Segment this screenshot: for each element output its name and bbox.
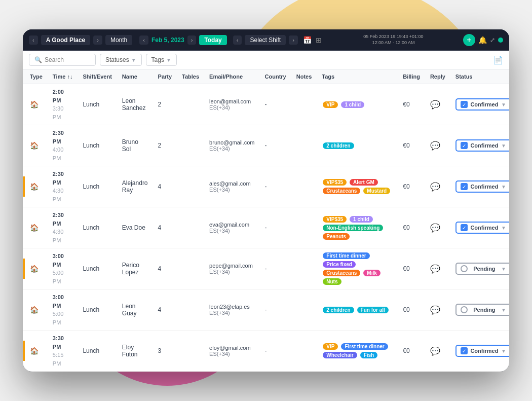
tag-badge: 1 child	[341, 101, 364, 108]
reply-icon[interactable]: 💬	[430, 306, 440, 314]
status-cell[interactable]: ✓ Confirmed ▼	[450, 166, 509, 207]
expand-icon[interactable]: ⤢	[490, 37, 495, 44]
check-icon: ✓	[461, 101, 468, 108]
shift-cell: Lunch	[78, 331, 117, 372]
billing-cell: €0	[398, 125, 425, 166]
shift-next-btn[interactable]: ›	[289, 35, 298, 45]
chevron-down-icon: ▼	[501, 225, 506, 231]
today-button[interactable]: Today	[199, 35, 226, 45]
email-cell: leon23@elap.esES(+34)	[204, 289, 259, 331]
calendar-icon[interactable]: 📅	[303, 36, 312, 44]
tags-caret: ▼	[166, 57, 171, 63]
tag-badge: VIP$35	[323, 179, 347, 186]
col-shift: Shift/Event	[78, 69, 117, 84]
view-mode-label[interactable]: Month	[105, 35, 132, 45]
scene: ‹ A Good Place › Month ‹ Feb 5, 2023 › T…	[0, 0, 532, 401]
time-cell: 3:00 PM5:00 PM	[48, 248, 78, 289]
connection-status-dot	[498, 38, 503, 43]
bell-icon[interactable]: 🔔	[478, 36, 487, 44]
name-cell: Leon Guay	[117, 289, 153, 331]
venue-prev-button[interactable]: ‹	[29, 35, 38, 45]
status-badge[interactable]: ✓ Confirmed ▼	[455, 345, 509, 357]
col-billing: Billing	[398, 69, 425, 84]
tag-badge: Milk	[363, 270, 380, 276]
pending-icon	[461, 265, 468, 272]
reservations-table-wrapper: Type Time ↑↓ Shift/Event Name Party Tabl…	[23, 69, 509, 372]
reply-cell[interactable]: 💬	[425, 207, 450, 248]
tag-badge: VIP	[323, 343, 338, 350]
status-badge[interactable]: Pending ▼	[455, 304, 509, 316]
tag-badge: Price fixed	[323, 261, 356, 268]
status-badge[interactable]: ✓ Confirmed ▼	[455, 180, 509, 193]
status-badge[interactable]: ✓ Confirmed ▼	[455, 139, 509, 152]
country-cell: -	[260, 289, 291, 331]
table-row: 🏠3:00 PM5:00 PMLunchPerico Lopez4pepe@gm…	[23, 248, 509, 289]
reply-icon[interactable]: 💬	[430, 183, 440, 191]
col-time[interactable]: Time ↑↓	[48, 69, 78, 84]
tag-badge: 2 children	[323, 307, 354, 313]
date-prev-btn[interactable]: ‹	[139, 35, 148, 45]
venue-next-button[interactable]: ›	[93, 35, 102, 45]
status-cell[interactable]: ✓ Confirmed ▼	[450, 331, 509, 372]
status-badge[interactable]: ✓ Confirmed ▼	[455, 222, 509, 234]
time-cell: 2:30 PM4:30 PM	[48, 207, 78, 248]
reply-icon[interactable]: 💬	[430, 100, 440, 109]
reply-icon[interactable]: 💬	[430, 347, 440, 355]
status-label: Confirmed	[470, 348, 499, 354]
statuses-dropdown[interactable]: Statuses ▼	[100, 54, 142, 66]
tags-cell: VIPFirst time dinnerWheelchairFish	[317, 331, 398, 372]
search-input[interactable]: 🔍	[29, 54, 96, 66]
shift-selector[interactable]: Select Shift	[245, 35, 286, 45]
status-label: Confirmed	[470, 184, 499, 190]
reply-cell[interactable]: 💬	[425, 84, 450, 125]
chevron-down-icon: ▼	[501, 307, 506, 313]
tag-badge: First time dinner	[341, 343, 388, 350]
billing-cell: €0	[398, 248, 425, 289]
check-icon: ✓	[461, 183, 468, 190]
tag-badge: Crustaceans	[323, 188, 360, 194]
reply-cell[interactable]: 💬	[425, 331, 450, 372]
reply-cell[interactable]: 💬	[425, 289, 450, 331]
status-cell[interactable]: ✓ Confirmed ▼	[450, 207, 509, 248]
status-badge[interactable]: Pending ▼	[455, 263, 509, 275]
notes-cell	[291, 125, 317, 166]
search-field[interactable]	[45, 56, 90, 63]
add-button[interactable]: +	[463, 34, 475, 46]
chevron-down-icon: ▼	[501, 143, 506, 149]
datetime-line1: 05 Feb 2023 19:19:43 +01:00	[327, 34, 460, 40]
tag-badge: VIP	[323, 101, 338, 108]
tag-badge: VIP$35	[323, 216, 347, 223]
time-cell: 2:30 PM4:30 PM	[48, 166, 78, 207]
reply-cell[interactable]: 💬	[425, 248, 450, 289]
country-cell: -	[260, 84, 291, 125]
search-icon: 🔍	[34, 56, 42, 63]
tags-dropdown[interactable]: Tags ▼	[146, 54, 177, 66]
reply-cell[interactable]: 💬	[425, 166, 450, 207]
grid-icon[interactable]: ⊞	[316, 36, 322, 44]
date-next-btn[interactable]: ›	[187, 35, 197, 45]
name-cell: Eva Doe	[117, 207, 153, 248]
reply-icon[interactable]: 💬	[430, 141, 440, 150]
notes-cell	[291, 207, 317, 248]
tag-badge: Alert GM	[350, 179, 378, 186]
status-cell[interactable]: Pending ▼	[450, 248, 509, 289]
home-icon: 🏠	[30, 265, 39, 273]
reply-cell[interactable]: 💬	[425, 125, 450, 166]
status-cell[interactable]: ✓ Confirmed ▼	[450, 84, 509, 125]
reply-icon[interactable]: 💬	[430, 224, 440, 232]
tables-cell	[177, 166, 204, 207]
status-cell[interactable]: ✓ Confirmed ▼	[450, 125, 509, 166]
reply-icon[interactable]: 💬	[430, 265, 440, 273]
shift-label: Select Shift	[250, 37, 281, 44]
shift-prev-btn[interactable]: ‹	[233, 35, 242, 45]
home-icon: 🏠	[30, 306, 39, 314]
type-icon: 🏠	[25, 207, 48, 248]
home-icon: 🏠	[30, 347, 39, 355]
check-icon: ✓	[461, 142, 468, 149]
venue-name: A Good Place	[41, 35, 91, 45]
party-cell: 2	[153, 125, 177, 166]
col-status: Status	[450, 69, 509, 84]
status-cell[interactable]: Pending ▼	[450, 289, 509, 331]
export-button[interactable]: 📄	[493, 55, 503, 65]
status-badge[interactable]: ✓ Confirmed ▼	[455, 98, 509, 111]
